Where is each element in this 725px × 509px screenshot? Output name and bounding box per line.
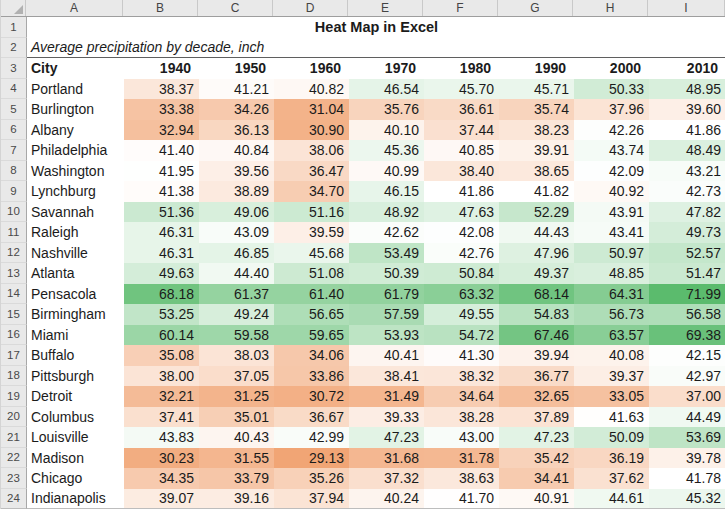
cell-d7-value[interactable]: 38.06 (274, 140, 349, 161)
row-header-2[interactable]: 2 (1, 38, 27, 59)
cell-d9-value[interactable]: 34.70 (274, 181, 349, 202)
row-header-21[interactable]: 21 (1, 427, 27, 448)
cell-a3-header[interactable]: City (27, 58, 124, 79)
cell-i23-value[interactable]: 41.78 (649, 468, 725, 489)
cell-g24-value[interactable]: 40.91 (499, 489, 574, 509)
cell-e13-value[interactable]: 50.39 (349, 263, 424, 284)
row-header-9[interactable]: 9 (1, 181, 27, 202)
cell-f4-value[interactable]: 45.70 (424, 79, 499, 100)
row-header-1[interactable]: 1 (1, 17, 27, 38)
row-header-7[interactable]: 7 (1, 140, 27, 161)
select-all-button[interactable] (1, 0, 26, 16)
cell-b20-value[interactable]: 37.41 (124, 407, 199, 428)
cell-c14-value[interactable]: 61.37 (199, 284, 274, 305)
cell-g15-value[interactable]: 54.83 (499, 304, 574, 325)
cell-h15-value[interactable]: 56.73 (574, 304, 649, 325)
column-header-i[interactable]: I (648, 0, 725, 16)
cell-a21-city[interactable]: Louisville (27, 427, 124, 448)
cell-i20-value[interactable]: 44.49 (649, 407, 725, 428)
cell-c7-value[interactable]: 40.84 (199, 140, 274, 161)
cell-f10-value[interactable]: 47.63 (424, 202, 499, 223)
cell-i3-header[interactable]: 2010 (649, 58, 725, 79)
column-header-c[interactable]: C (198, 0, 273, 16)
cell-g13-value[interactable]: 49.37 (499, 263, 574, 284)
cell-e24-value[interactable]: 40.24 (349, 489, 424, 509)
cell-c23-value[interactable]: 33.79 (199, 468, 274, 489)
cell-i9-value[interactable]: 42.73 (649, 181, 725, 202)
cell-e5-value[interactable]: 35.76 (349, 99, 424, 120)
cell-b24-value[interactable]: 39.07 (124, 489, 199, 509)
cell-h12-value[interactable]: 50.97 (574, 243, 649, 264)
cell-g5-value[interactable]: 35.74 (499, 99, 574, 120)
cell-h4-value[interactable]: 50.33 (574, 79, 649, 100)
row-header-10[interactable]: 10 (1, 202, 27, 223)
row-header-5[interactable]: 5 (1, 99, 27, 120)
cell-e18-value[interactable]: 38.41 (349, 366, 424, 387)
row-header-12[interactable]: 12 (1, 243, 27, 264)
cell-e22-value[interactable]: 31.68 (349, 448, 424, 469)
cell-h20-value[interactable]: 41.63 (574, 407, 649, 428)
cell-h9-value[interactable]: 40.92 (574, 181, 649, 202)
cell-i11-value[interactable]: 49.73 (649, 222, 725, 243)
cell-e11-value[interactable]: 42.62 (349, 222, 424, 243)
cell-b6-value[interactable]: 32.94 (124, 120, 199, 141)
cell-g19-value[interactable]: 32.65 (499, 386, 574, 407)
cell-d4-value[interactable]: 40.82 (274, 79, 349, 100)
cell-a16-city[interactable]: Miami (27, 325, 124, 346)
cell-e8-value[interactable]: 40.99 (349, 161, 424, 182)
row-header-19[interactable]: 19 (1, 386, 27, 407)
cell-b10-value[interactable]: 51.36 (124, 202, 199, 223)
cell-a17-city[interactable]: Buffalo (27, 345, 124, 366)
cell-h24-value[interactable]: 44.61 (574, 489, 649, 509)
cell-e21-value[interactable]: 47.23 (349, 427, 424, 448)
cell-b14-value[interactable]: 68.18 (124, 284, 199, 305)
cell-g23-value[interactable]: 34.41 (499, 468, 574, 489)
cell-d11-value[interactable]: 39.59 (274, 222, 349, 243)
cell-h6-value[interactable]: 42.26 (574, 120, 649, 141)
cell-subtitle[interactable]: Average precipitation by decade, inch (27, 38, 725, 59)
cell-c17-value[interactable]: 38.03 (199, 345, 274, 366)
cell-c3-header[interactable]: 1950 (199, 58, 274, 79)
cell-i17-value[interactable]: 42.15 (649, 345, 725, 366)
cell-i12-value[interactable]: 52.57 (649, 243, 725, 264)
cell-f20-value[interactable]: 38.28 (424, 407, 499, 428)
cell-b23-value[interactable]: 34.35 (124, 468, 199, 489)
row-header-18[interactable]: 18 (1, 366, 27, 387)
cell-i19-value[interactable]: 37.00 (649, 386, 725, 407)
cell-f16-value[interactable]: 54.72 (424, 325, 499, 346)
cell-d8-value[interactable]: 36.47 (274, 161, 349, 182)
cell-d17-value[interactable]: 34.06 (274, 345, 349, 366)
cell-d20-value[interactable]: 36.67 (274, 407, 349, 428)
cell-g22-value[interactable]: 35.42 (499, 448, 574, 469)
row-header-4[interactable]: 4 (1, 79, 27, 100)
cell-a4-city[interactable]: Portland (27, 79, 124, 100)
cell-i14-value[interactable]: 71.99 (649, 284, 725, 305)
cell-a22-city[interactable]: Madison (27, 448, 124, 469)
cell-b3-header[interactable]: 1940 (124, 58, 199, 79)
row-header-15[interactable]: 15 (1, 304, 27, 325)
cell-f18-value[interactable]: 38.32 (424, 366, 499, 387)
cell-f12-value[interactable]: 42.76 (424, 243, 499, 264)
cell-c20-value[interactable]: 35.01 (199, 407, 274, 428)
cell-b16-value[interactable]: 60.14 (124, 325, 199, 346)
cell-f3-header[interactable]: 1980 (424, 58, 499, 79)
cell-e19-value[interactable]: 31.49 (349, 386, 424, 407)
cell-e12-value[interactable]: 53.49 (349, 243, 424, 264)
cell-e10-value[interactable]: 48.92 (349, 202, 424, 223)
cell-h21-value[interactable]: 50.09 (574, 427, 649, 448)
cell-f11-value[interactable]: 42.08 (424, 222, 499, 243)
cell-e14-value[interactable]: 61.79 (349, 284, 424, 305)
cell-g17-value[interactable]: 39.94 (499, 345, 574, 366)
row-header-8[interactable]: 8 (1, 161, 27, 182)
cell-e23-value[interactable]: 37.32 (349, 468, 424, 489)
cell-a12-city[interactable]: Nashville (27, 243, 124, 264)
cell-f24-value[interactable]: 41.70 (424, 489, 499, 509)
column-header-a[interactable]: A (26, 0, 123, 16)
cell-h10-value[interactable]: 43.91 (574, 202, 649, 223)
cell-f9-value[interactable]: 41.86 (424, 181, 499, 202)
cell-d5-value[interactable]: 31.04 (274, 99, 349, 120)
cell-h18-value[interactable]: 39.37 (574, 366, 649, 387)
cell-h23-value[interactable]: 37.62 (574, 468, 649, 489)
cell-b7-value[interactable]: 41.40 (124, 140, 199, 161)
cell-g6-value[interactable]: 38.23 (499, 120, 574, 141)
